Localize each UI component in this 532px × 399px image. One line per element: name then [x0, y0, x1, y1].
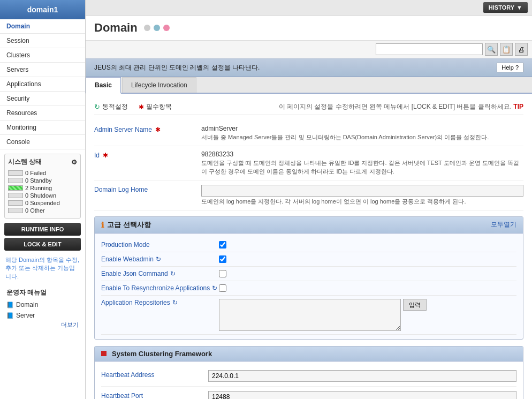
adv-field-row: Enable To Resynchronize Applications ↻ — [101, 281, 516, 296]
application-repositories-input-button[interactable]: 입력 — [403, 299, 427, 311]
dynamic-setting-label: ↻ 동적설정 — [94, 102, 128, 111]
sidebar-domain-name[interactable]: domain1 — [0, 0, 85, 19]
page-title-bar: Domain — [86, 16, 532, 41]
refresh-icon[interactable]: ↻ — [170, 270, 176, 277]
field-row: Id ✱982883233도메인을 구성할 때 도메인의 정체성을 나타내는 유… — [94, 146, 523, 180]
adv-field-row: Enable Json Command ↻ — [101, 267, 516, 281]
desc-text: JEUS의 최대 관리 단위인 도메인 레벨의 설정을 나타낸다. — [94, 63, 260, 72]
help-button[interactable]: Help ? — [497, 63, 523, 72]
status-items: 0 Failed0 Standby2 Running0 Shutdown0 Su… — [8, 170, 77, 214]
clustering-content: Heartbeat AddressHeartbeat Port — [95, 362, 523, 399]
status-bar — [8, 185, 23, 191]
advanced-section: ℹ 고급 선택사항 모두열기 Production ModeEnable Web… — [94, 216, 523, 340]
clustering-icon — [101, 351, 107, 356]
print-button[interactable]: 🖨 — [515, 43, 528, 56]
adv-checkbox-enable-webadmin[interactable] — [219, 255, 226, 263]
dot-green — [154, 25, 160, 31]
desc-bar: JEUS의 최대 관리 단위인 도메인 레벨의 설정을 나타낸다. Help ? — [86, 58, 532, 77]
required-marker: ✱ — [101, 152, 108, 159]
meta-tip: 이 페이지의 설정을 수정하려면 왼쪽 메뉴에서 [LOCK & EDIT] 버… — [279, 102, 523, 111]
field-value-text: 982883233 — [201, 150, 523, 158]
tab-lifecycle-invocation[interactable]: Lifecycle Invocation — [122, 77, 196, 93]
system-status-toggle-icon[interactable]: ⚙ — [71, 159, 77, 166]
refresh-icon[interactable]: ↻ — [156, 255, 161, 263]
tip-link[interactable]: TIP — [513, 103, 523, 110]
sidebar-nav-item-resources[interactable]: Resources — [0, 106, 85, 121]
manual-item-domain[interactable]: 📘Domain — [0, 299, 85, 310]
clustering-field-label: Heartbeat Port — [101, 391, 208, 399]
dot-gray — [144, 25, 150, 31]
sidebar-nav-item-session[interactable]: Session — [0, 34, 85, 48]
required-label: ✱ 필수항목 — [139, 102, 172, 111]
clustering-section: System Clustering Framework Heartbeat Ad… — [94, 346, 523, 399]
clustering-field-row: Heartbeat Port — [101, 387, 516, 399]
status-label: 0 Suspended — [25, 200, 60, 206]
basic-fields: Admin Server Name ✱adminServer서버들 중 Mana… — [94, 121, 523, 211]
clustering-input-heartbeat-port[interactable] — [208, 391, 516, 399]
dot-pink — [163, 25, 170, 31]
domain-log-home-input[interactable] — [201, 185, 523, 197]
sidebar-nav-item-domain[interactable]: Domain — [0, 19, 85, 34]
tabs: BasicLifecycle Invocation — [86, 77, 532, 94]
manual-item-server[interactable]: 📘Server — [0, 310, 85, 321]
adv-field-label: Application Repositories ↻ — [101, 299, 219, 306]
advanced-content: Production ModeEnable Webadmin ↻Enable J… — [95, 234, 523, 339]
sidebar-nav-item-console[interactable]: Console — [0, 135, 85, 149]
export-button[interactable]: 📋 — [500, 43, 513, 56]
page-title: Domain — [94, 21, 138, 35]
clustering-field-label: Heartbeat Address — [101, 370, 208, 379]
status-row: 0 Failed — [8, 170, 77, 176]
lock-edit-button[interactable]: LOCK & EDIT — [4, 238, 81, 251]
refresh-meta-icon: ↻ — [94, 103, 100, 111]
lock-note: 해당 Domain의 항목을 수정, 추가 또는 삭제하는 기능입니다. — [0, 253, 85, 284]
sidebar-nav-item-monitoring[interactable]: Monitoring — [0, 121, 85, 135]
adv-checkbox-enable-json-command[interactable] — [219, 270, 226, 277]
advanced-title: ℹ 고급 선택사항 — [101, 220, 151, 230]
search-button[interactable]: 🔍 — [485, 43, 498, 56]
clustering-input-heartbeat-address[interactable] — [208, 370, 516, 382]
sidebar-nav-item-applications[interactable]: Applications — [0, 77, 85, 92]
field-desc: 도메인의 log home을 지정한다. 각 서버의 log home이 없으면… — [201, 198, 523, 206]
adv-checkbox-enable-to-resynchronize-applications[interactable] — [219, 284, 226, 292]
manual-section-title: 운영자 매뉴얼 — [0, 284, 85, 299]
status-row: 0 Other — [8, 207, 77, 214]
runtime-info-button[interactable]: RUNTIME INFO — [4, 223, 81, 236]
meta-bar: ↻ 동적설정 ✱ 필수항목 이 페이지의 설정을 수정하려면 왼쪽 메뉴에서 [… — [94, 99, 523, 115]
status-label: 0 Standby — [25, 177, 52, 184]
refresh-icon[interactable]: ↻ — [172, 299, 178, 306]
status-row: 0 Standby — [8, 177, 77, 184]
sidebar-nav-item-clusters[interactable]: Clusters — [0, 48, 85, 63]
status-label: 0 Shutdown — [25, 192, 56, 199]
field-desc: 서버들 중 Managed Server들을 관리 및 모니터링하는 DAS(D… — [201, 133, 523, 141]
advanced-icon: ℹ — [101, 221, 104, 229]
sidebar-nav-item-servers[interactable]: Servers — [0, 63, 85, 77]
status-row: 0 Shutdown — [8, 192, 77, 199]
status-row: 2 Running — [8, 185, 77, 191]
required-marker: ✱ — [154, 126, 161, 133]
clustering-section-header: System Clustering Framework — [95, 347, 523, 362]
refresh-icon[interactable]: ↻ — [212, 284, 217, 292]
advanced-section-header: ℹ 고급 선택사항 모두열기 — [95, 217, 523, 234]
field-value-text: adminServer — [201, 125, 523, 132]
system-status-panel: 시스템 상태 ⚙ 0 Failed0 Standby2 Running0 Shu… — [4, 154, 81, 219]
application-repositories-textarea[interactable] — [219, 299, 401, 331]
sidebar: domain1 DomainSessionClustersServersAppl… — [0, 0, 86, 399]
manual-more-link[interactable]: 더보기 — [0, 321, 85, 329]
status-row: 0 Suspended — [8, 200, 77, 206]
adv-field-label: Enable Json Command ↻ — [101, 270, 219, 277]
field-desc: 도메인을 구성할 때 도메인의 정체성을 나타내는 유일한 ID를 지정한다. … — [201, 159, 523, 176]
manual-item-label: Server — [16, 312, 35, 319]
adv-field-label: Production Mode — [101, 241, 219, 249]
system-status-label: 시스템 상태 — [8, 157, 42, 167]
adv-field-row: Enable Webadmin ↻ — [101, 252, 516, 267]
adv-checkbox-production-mode[interactable] — [219, 241, 226, 249]
history-button[interactable]: HISTORY ▼ — [483, 2, 528, 13]
adv-field-label: Enable To Resynchronize Applications ↻ — [101, 284, 219, 292]
status-label: 2 Running — [25, 185, 52, 191]
advanced-toggle-link[interactable]: 모두열기 — [491, 220, 516, 229]
tab-basic[interactable]: Basic — [86, 77, 121, 94]
sidebar-nav-item-security[interactable]: Security — [0, 92, 85, 106]
page-title-dots — [144, 25, 170, 31]
status-label: 0 Failed — [25, 170, 46, 176]
search-input[interactable] — [376, 43, 483, 55]
